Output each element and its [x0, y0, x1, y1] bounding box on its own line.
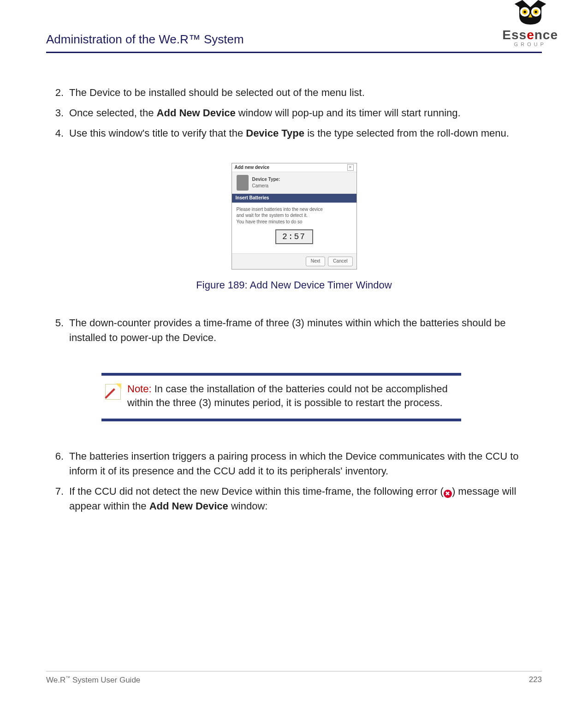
step-number: 2.: [46, 85, 69, 100]
close-icon[interactable]: ×: [347, 164, 354, 171]
footer-tm: ™: [65, 675, 70, 680]
note-text: Note: In case the installation of the ba…: [127, 382, 457, 411]
add-new-device-dialog: Add new device × Device Type: Camera Ins…: [232, 163, 357, 270]
step-text: The batteries insertion triggers a pairi…: [69, 449, 542, 479]
step-number: 3.: [46, 106, 69, 120]
note-callout: Note: In case the installation of the ba…: [101, 373, 461, 422]
step-text: The Device to be installed should be sel…: [69, 85, 542, 100]
step-text: Once selected, the Add New Device window…: [69, 106, 542, 120]
cancel-button[interactable]: Cancel: [328, 257, 352, 266]
note-icon: [105, 384, 121, 400]
list-item: 5. The down-counter provides a time-fram…: [46, 316, 542, 345]
note-content: In case the installation of the batterie…: [127, 383, 448, 409]
page: Administration of the We.R™ System Essen…: [0, 0, 588, 707]
countdown-timer: 2:57: [275, 229, 313, 244]
bold-run: Device Type: [246, 127, 304, 139]
figure: Add new device × Device Type: Camera Ins…: [46, 163, 542, 293]
list-item: 2. The Device to be installed should be …: [46, 85, 542, 100]
svg-point-4: [523, 11, 526, 13]
page-content: 2. The Device to be installed should be …: [46, 53, 542, 514]
step-number: 6.: [46, 449, 69, 479]
page-footer: We.R™ System User Guide 223: [46, 671, 542, 685]
dialog-body: Please insert batteries into the new dev…: [232, 203, 356, 254]
logo-word-part1: Ess: [502, 28, 527, 42]
text-run: If the CCU did not detect the new Device…: [69, 485, 444, 497]
page-header: Administration of the We.R™ System Essen…: [46, 0, 542, 53]
footer-left: We.R™ System User Guide: [46, 675, 140, 685]
list-item: 4. Use this window's title to verify tha…: [46, 126, 542, 141]
list-item: 3. Once selected, the Add New Device win…: [46, 106, 542, 120]
dialog-titlebar: Add new device ×: [232, 163, 356, 172]
device-type-value: Camera: [252, 183, 280, 190]
step-number: 5.: [46, 316, 69, 345]
error-icon: ✖: [444, 490, 452, 498]
owl-icon: [510, 0, 551, 28]
header-title: Administration of the We.R™ System: [46, 32, 244, 47]
step-text: If the CCU did not detect the new Device…: [69, 484, 542, 514]
footer-text: We.R: [46, 676, 65, 684]
text-run: window:: [228, 500, 268, 512]
bold-run: Add New Device: [149, 500, 228, 512]
header-rule: [46, 52, 542, 53]
device-type-label: Device Type:: [252, 176, 280, 183]
step-number: 4.: [46, 126, 69, 141]
logo-wordmark: Essence: [502, 28, 558, 42]
device-thumbnail: [237, 175, 249, 191]
brand-logo: Essence GROUP: [502, 0, 558, 47]
device-type-box: Device Type: Camera: [232, 172, 356, 194]
step-text: The down-counter provides a time-frame o…: [69, 316, 542, 345]
svg-point-5: [535, 11, 537, 13]
dialog-body-line: You have three minutes to do so: [237, 219, 352, 225]
note-label: Note:: [127, 383, 152, 395]
page-number: 223: [529, 675, 542, 685]
steps-list-mid: 5. The down-counter provides a time-fram…: [46, 316, 542, 345]
steps-list-bottom: 6. The batteries insertion triggers a pa…: [46, 449, 542, 514]
figure-caption: Figure 189: Add New Device Timer Window: [46, 278, 542, 293]
text-run: window will pop-up and its timer will st…: [236, 107, 461, 119]
list-item: 6. The batteries insertion triggers a pa…: [46, 449, 542, 479]
note-bottom-bar: [101, 419, 461, 421]
footer-text: System User Guide: [70, 676, 140, 684]
next-button[interactable]: Next: [306, 257, 326, 266]
device-type-text: Device Type: Camera: [252, 176, 280, 190]
text-run: is the type selected from the roll-down …: [304, 127, 509, 139]
bold-run: Add New Device: [157, 107, 236, 119]
dialog-title: Add new device: [235, 164, 270, 171]
logo-word-red: e: [527, 28, 535, 42]
note-body: Note: In case the installation of the ba…: [101, 376, 461, 419]
text-run: Use this window's title to verify that t…: [69, 127, 246, 139]
steps-list-top: 2. The Device to be installed should be …: [46, 85, 542, 141]
step-text: Use this window's title to verify that t…: [69, 126, 542, 141]
dialog-body-line: and wait for the system to detect it.: [237, 212, 352, 219]
dialog-button-row: Next Cancel: [232, 253, 356, 269]
text-run: Once selected, the: [69, 107, 157, 119]
dialog-body-line: Please insert batteries into the new dev…: [237, 206, 352, 213]
step-number: 7.: [46, 484, 69, 514]
logo-word-part2: nce: [535, 28, 558, 42]
dialog-section-title: Insert Batteries: [232, 194, 356, 203]
list-item: 7. If the CCU did not detect the new Dev…: [46, 484, 542, 514]
